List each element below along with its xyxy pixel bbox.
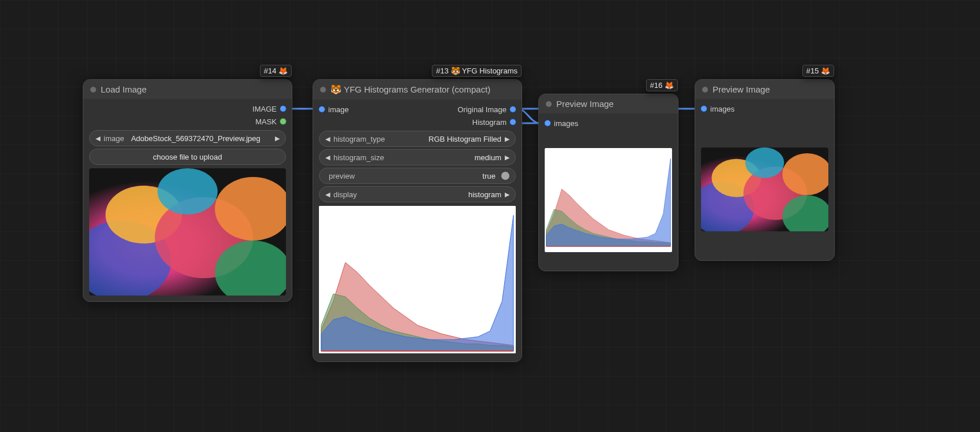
output-port-histogram[interactable] bbox=[510, 119, 516, 125]
node-canvas[interactable]: { "nodes": { "n1": { "badge": "#14 🦊", "… bbox=[0, 0, 980, 432]
node-preview-histogram[interactable]: #16 🦊 Preview Image images bbox=[538, 94, 678, 271]
input-port-images[interactable] bbox=[545, 120, 550, 126]
node-title-text: Preview Image bbox=[713, 84, 770, 94]
histogram-type-widget[interactable]: ◀ histogram_type RGB Histogram Filled ▶ bbox=[319, 131, 516, 147]
collapse-dot-icon[interactable] bbox=[320, 87, 326, 93]
node-badge: #14 🦊 bbox=[260, 65, 292, 77]
histogram-chart bbox=[319, 206, 516, 353]
image-combo-widget[interactable]: ◀ image AdobeStock_569372470_Preview.jpe… bbox=[89, 130, 286, 146]
node-badge: #15 🦊 bbox=[802, 65, 834, 77]
node-title-text: Load Image bbox=[101, 84, 146, 94]
combo-label: image bbox=[104, 134, 124, 143]
node-title[interactable]: Load Image bbox=[83, 80, 292, 99]
chevron-left-icon[interactable]: ◀ bbox=[325, 154, 330, 161]
input-port-image[interactable] bbox=[319, 106, 325, 112]
node-badge: #13 🐯 YFG Histograms bbox=[432, 65, 522, 77]
chevron-right-icon[interactable]: ▶ bbox=[505, 135, 509, 143]
input-label-images: images bbox=[554, 119, 578, 128]
output-port-original[interactable] bbox=[510, 106, 516, 112]
chevron-left-icon[interactable]: ◀ bbox=[325, 191, 330, 198]
node-title[interactable]: 🐯 YFG Histograms Generator (compact) bbox=[313, 80, 522, 99]
node-title-text: 🐯 YFG Histograms Generator (compact) bbox=[331, 84, 490, 95]
chevron-left-icon[interactable]: ◀ bbox=[325, 135, 330, 143]
chevron-left-icon[interactable]: ◀ bbox=[96, 135, 100, 142]
chevron-right-icon[interactable]: ▶ bbox=[505, 154, 509, 161]
node-title-text: Preview Image bbox=[556, 99, 614, 109]
display-widget[interactable]: ◀ display histogram ▶ bbox=[319, 186, 516, 202]
output-label-image: IMAGE bbox=[252, 105, 277, 113]
input-port-images[interactable] bbox=[701, 106, 707, 112]
svg-point-17 bbox=[745, 147, 784, 178]
node-badge: #16 🦊 bbox=[646, 79, 678, 91]
upload-button[interactable]: choose file to upload bbox=[89, 149, 286, 165]
output-port-mask[interactable] bbox=[280, 119, 286, 124]
collapse-dot-icon[interactable] bbox=[90, 87, 96, 93]
histogram-chart-small bbox=[545, 148, 672, 252]
original-image-preview bbox=[701, 147, 828, 231]
input-label-image: image bbox=[328, 105, 348, 114]
output-label-histogram: Histogram bbox=[472, 118, 506, 127]
node-title[interactable]: Preview Image bbox=[539, 94, 678, 113]
toggle-ball-icon[interactable] bbox=[501, 172, 509, 180]
histogram-size-widget[interactable]: ◀ histogram_size medium ▶ bbox=[319, 149, 516, 165]
preview-toggle-widget[interactable]: preview true bbox=[319, 168, 516, 184]
output-label-original: Original Image bbox=[457, 105, 506, 114]
chevron-right-icon[interactable]: ▶ bbox=[505, 191, 509, 198]
node-load-image[interactable]: #14 🦊 Load Image IMAGE MASK ◀ image Adob… bbox=[83, 79, 292, 302]
node-histogram-generator[interactable]: #13 🐯 YFG Histograms 🐯 YFG Histograms Ge… bbox=[313, 79, 522, 362]
input-label-images: images bbox=[710, 105, 735, 113]
node-preview-original[interactable]: #15 🦊 Preview Image images bbox=[695, 79, 835, 261]
node-title[interactable]: Preview Image bbox=[695, 80, 834, 99]
chevron-right-icon[interactable]: ▶ bbox=[275, 135, 280, 142]
loaded-image-preview bbox=[89, 168, 286, 296]
output-port-image[interactable] bbox=[280, 106, 286, 112]
collapse-dot-icon[interactable] bbox=[702, 87, 708, 93]
svg-point-6 bbox=[157, 168, 218, 215]
output-label-mask: MASK bbox=[255, 117, 277, 126]
collapse-dot-icon[interactable] bbox=[546, 101, 552, 107]
combo-value: AdobeStock_569372470_Preview.jpeg bbox=[131, 134, 271, 143]
